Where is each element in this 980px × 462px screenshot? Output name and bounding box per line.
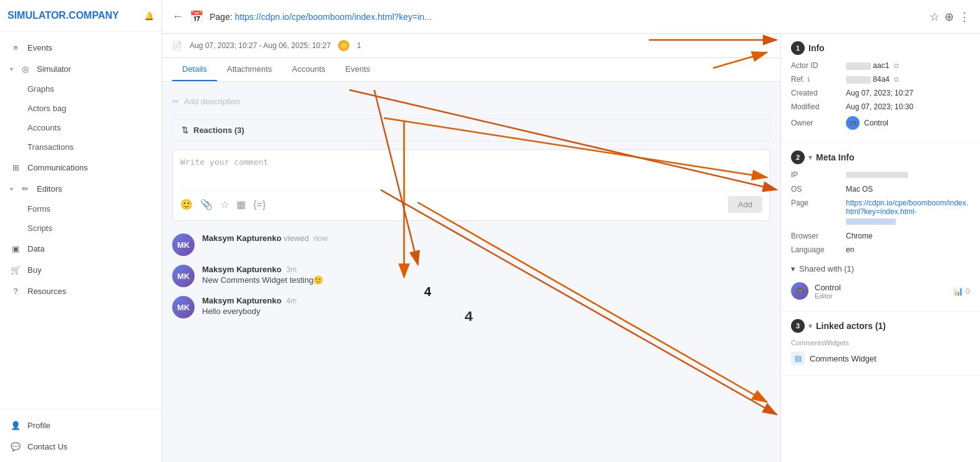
sidebar-item-scripts[interactable]: Scripts bbox=[0, 219, 162, 238]
sidebar-item-forms[interactable]: Forms bbox=[0, 199, 162, 219]
reaction-item: MK Maksym Kapturenko viewed now bbox=[172, 233, 770, 256]
topbar-actions: ☆ ⊕ ⋮ bbox=[929, 10, 970, 24]
url-link[interactable]: https://cdpn.io/cpe/boomboom/index.html?… bbox=[235, 12, 432, 22]
layers-icon[interactable]: ⊕ bbox=[944, 10, 954, 24]
sidebar-item-label: Simulator bbox=[37, 64, 71, 74]
meta-section: 2 ▾ Meta Info IP OS Mac OS Page https://… bbox=[781, 143, 980, 312]
info-section-title: Info bbox=[808, 43, 825, 53]
description-placeholder: Add description bbox=[184, 97, 240, 106]
sidebar-item-actors-bag[interactable]: Actors bag bbox=[0, 99, 162, 118]
chevron-icon: ▾ bbox=[808, 322, 812, 330]
add-comment-button[interactable]: Add bbox=[728, 196, 762, 213]
coin-badge: 🪙 bbox=[338, 40, 349, 51]
reaction-text: New Comments Widget testing🙂 bbox=[202, 275, 770, 285]
info-section-header: 1 Info bbox=[791, 41, 970, 55]
section-number-3: 3 bbox=[791, 319, 805, 333]
info-icon: ℹ bbox=[807, 76, 810, 84]
star-icon[interactable]: ☆ bbox=[929, 10, 939, 24]
meta-section-title: Meta Info bbox=[816, 152, 854, 162]
profile-icon: 👤 bbox=[10, 420, 21, 431]
tab-content: ✏ Add description ⇅ Reactions (3) 🙂 📎 ☆ … bbox=[162, 82, 780, 328]
tab-events[interactable]: Events bbox=[336, 58, 381, 81]
ip-row: IP bbox=[791, 170, 970, 180]
page-row: Page https://cdpn.io/cpe/boomboom/index.… bbox=[791, 199, 970, 227]
back-button[interactable]: ← bbox=[172, 10, 183, 23]
sidebar-item-label: Actors bag bbox=[27, 104, 66, 113]
sidebar-item-simulator[interactable]: ▾ ◎ Simulator bbox=[0, 58, 162, 79]
sidebar-item-label: Events bbox=[27, 43, 52, 52]
star-tool-icon[interactable]: ☆ bbox=[220, 199, 229, 210]
linked-section-header: 3 ▾ Linked actors (1) bbox=[791, 319, 970, 333]
editors-icon: ✏ bbox=[19, 183, 31, 194]
attachment-icon[interactable]: 📎 bbox=[200, 199, 213, 210]
description-area[interactable]: ✏ Add description bbox=[172, 92, 770, 111]
chevron-down-icon: ▾ bbox=[10, 66, 13, 72]
modified-row: Modified Aug 07, 2023; 10:30 bbox=[791, 102, 970, 111]
sidebar-item-profile[interactable]: 👤 Profile bbox=[0, 415, 162, 436]
sidebar-item-accounts[interactable]: Accounts bbox=[0, 118, 162, 137]
page-content: 📄 Aug 07, 2023; 10:27 - Aug 06, 2025; 10… bbox=[162, 34, 780, 462]
shared-with-header[interactable]: ▾ Shared with (1) bbox=[791, 259, 970, 278]
actor-id-suffix: aac1 bbox=[873, 61, 889, 70]
avatar: MK bbox=[172, 233, 195, 256]
sidebar-item-editors[interactable]: ▾ ✏ Editors bbox=[0, 178, 162, 199]
reaction-author: Maksym Kapturenko bbox=[202, 265, 281, 274]
sort-icon: ⇅ bbox=[182, 125, 188, 135]
sidebar-item-buy[interactable]: 🛒 Buy bbox=[0, 259, 162, 280]
shared-name: Control bbox=[815, 283, 841, 292]
sidebar-nav: ≡ Events ▾ ◎ Simulator Graphs Actors bag… bbox=[0, 32, 162, 409]
comment-toolbar: 🙂 📎 ☆ ▦ {=} Add bbox=[180, 190, 762, 213]
shared-avatar: 🎮 bbox=[791, 282, 808, 300]
sidebar-item-label: Editors bbox=[37, 184, 62, 194]
more-icon[interactable]: ⋮ bbox=[959, 10, 970, 24]
table-icon[interactable]: ▦ bbox=[236, 199, 246, 210]
comment-input-area: 🙂 📎 ☆ ▦ {=} Add bbox=[172, 149, 770, 221]
reactions-bar: ⇅ Reactions (3) bbox=[172, 119, 770, 142]
section-number-1: 1 bbox=[791, 41, 805, 55]
reactions-label: Reactions (3) bbox=[193, 125, 245, 135]
copy-icon[interactable]: ⧉ bbox=[894, 62, 899, 69]
os-label: OS bbox=[791, 185, 841, 194]
tab-details[interactable]: Details bbox=[172, 58, 217, 81]
ref-label: Ref. ℹ bbox=[791, 75, 841, 84]
sidebar-item-communications[interactable]: ⊞ Communications bbox=[0, 157, 162, 178]
os-value: Mac OS bbox=[846, 185, 970, 194]
linked-section: 3 ▾ Linked actors (1) CommentsWidgets ▤ … bbox=[781, 312, 980, 376]
sidebar-item-data[interactable]: ▣ Data bbox=[0, 238, 162, 259]
comment-input[interactable] bbox=[180, 157, 762, 182]
sidebar: SIMULATOR.COMPANY 🔔 ≡ Events ▾ ◎ Simulat… bbox=[0, 0, 162, 462]
reaction-time: 4m bbox=[286, 297, 297, 305]
page-value: https://cdpn.io/cpe/boomboom/index.html?… bbox=[846, 199, 970, 227]
calendar-icon: 📅 bbox=[190, 10, 203, 24]
sidebar-item-graphs[interactable]: Graphs bbox=[0, 79, 162, 99]
notification-bell-icon[interactable]: 🔔 bbox=[144, 11, 154, 21]
ip-value bbox=[846, 170, 970, 180]
chevron-icon: ▾ bbox=[808, 154, 812, 162]
sidebar-item-events[interactable]: ≡ Events bbox=[0, 37, 162, 58]
copy-icon[interactable]: ⧉ bbox=[894, 76, 899, 83]
contact-icon: 💬 bbox=[10, 441, 21, 452]
sidebar-item-contact-us[interactable]: 💬 Contact Us bbox=[0, 436, 162, 457]
events-icon: ≡ bbox=[10, 42, 21, 53]
sidebar-item-resources[interactable]: ? Resources bbox=[0, 280, 162, 302]
reactions-list: MK Maksym Kapturenko viewed now MK Maksy… bbox=[172, 231, 770, 318]
tab-attachments[interactable]: Attachments bbox=[217, 58, 282, 81]
sidebar-item-label: Contact Us bbox=[27, 442, 67, 451]
emoji-icon[interactable]: 🙂 bbox=[180, 199, 193, 210]
chart-icon[interactable]: 📊 0 bbox=[953, 287, 970, 296]
tab-accounts[interactable]: Accounts bbox=[282, 58, 335, 81]
reaction-time: now bbox=[314, 234, 327, 243]
simulator-icon: ◎ bbox=[19, 63, 31, 74]
ref-suffix: 84a4 bbox=[873, 75, 890, 84]
sidebar-header: SIMULATOR.COMPANY 🔔 bbox=[0, 0, 162, 32]
main-content-wrapper: ← 📅 Page: https://cdpn.io/cpe/boomboom/i… bbox=[162, 0, 980, 462]
owner-avatar: 🎮 bbox=[846, 116, 860, 130]
code-icon[interactable]: {=} bbox=[253, 199, 266, 210]
sidebar-item-transactions[interactable]: Transactions bbox=[0, 137, 162, 157]
owner-label: Owner bbox=[791, 119, 841, 127]
ip-label: IP bbox=[791, 170, 841, 180]
meta-section-header: 2 ▾ Meta Info bbox=[791, 150, 970, 164]
owner-name: Control bbox=[864, 119, 888, 127]
ref-blurred bbox=[846, 76, 871, 84]
sidebar-logo: SIMULATOR.COMPANY bbox=[7, 10, 119, 21]
